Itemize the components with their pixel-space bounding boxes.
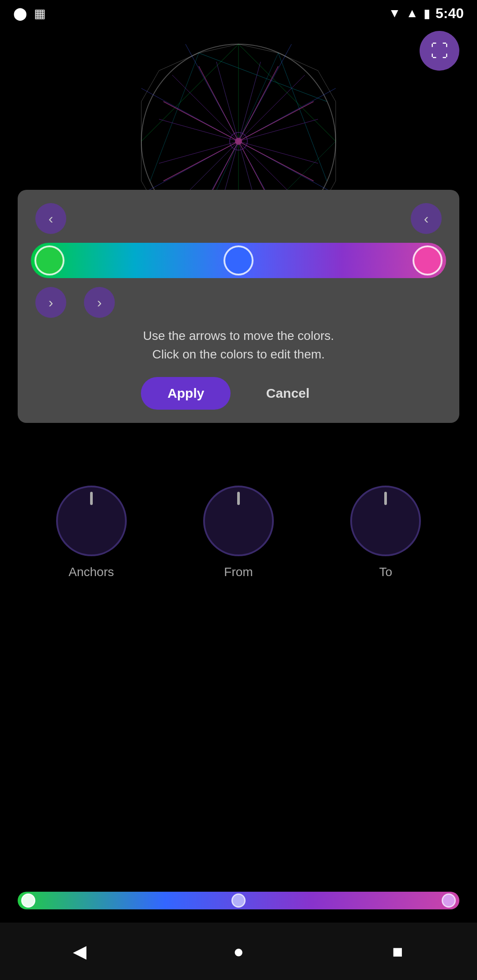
arrow-buttons-row: › › <box>31 287 446 318</box>
color-editor-dialog: ‹ ‹ › › Use the arrows to move the color… <box>18 190 459 423</box>
anchors-knob[interactable] <box>56 486 127 556</box>
blue-color-handle[interactable] <box>223 245 254 275</box>
instruction-line1: Use the arrows to move the colors. <box>143 329 334 343</box>
from-knob-indicator <box>237 492 240 505</box>
anchors-knob-label: Anchors <box>68 565 114 579</box>
from-knob-container: From <box>203 486 274 579</box>
recents-nav-button[interactable]: ■ <box>380 934 415 969</box>
chevron-right-icon: › <box>49 294 53 311</box>
svg-line-39 <box>318 71 336 102</box>
to-knob-container: To <box>350 486 421 579</box>
svg-line-27 <box>216 62 238 141</box>
move-left-arrow-button[interactable]: › <box>35 287 66 318</box>
svg-line-37 <box>238 44 278 53</box>
green-color-handle[interactable] <box>34 245 64 275</box>
time-display: 5:40 <box>435 5 464 22</box>
knobs-area: Anchors From To <box>0 486 477 579</box>
svg-line-28 <box>238 62 261 141</box>
battery-icon: ▮ <box>424 6 430 21</box>
camera-icon: ⬤ <box>13 6 27 21</box>
svg-line-25 <box>159 119 238 141</box>
instruction-text: Use the arrows to move the colors. Click… <box>31 327 446 364</box>
svg-line-51 <box>159 53 199 71</box>
svg-line-30 <box>238 141 314 181</box>
to-knob-indicator <box>384 492 387 505</box>
status-bar-right: ▼ ▲ ▮ 5:40 <box>389 5 464 22</box>
chevron-left-icon-2: ‹ <box>424 211 429 227</box>
instruction-line2: Click on the colors to edit them. <box>152 347 325 361</box>
nav-back-right-button[interactable]: ‹ <box>411 203 442 234</box>
from-knob[interactable] <box>203 486 274 556</box>
svg-line-38 <box>278 53 318 71</box>
to-knob-label: To <box>379 565 393 579</box>
from-knob-label: From <box>224 565 253 579</box>
anchors-knob-container: Anchors <box>56 486 127 579</box>
svg-line-50 <box>141 71 159 102</box>
sim-icon: ▦ <box>34 6 45 21</box>
svg-line-33 <box>163 141 238 181</box>
status-bar: ⬤ ▦ ▼ ▲ ▮ 5:40 <box>0 0 477 26</box>
svg-point-53 <box>235 138 242 145</box>
svg-line-52 <box>199 44 238 53</box>
svg-line-35 <box>199 66 238 141</box>
cancel-button[interactable]: Cancel <box>239 377 336 410</box>
move-right-arrow-button[interactable]: › <box>84 287 115 318</box>
svg-line-26 <box>172 75 238 141</box>
home-nav-button[interactable]: ● <box>221 934 256 969</box>
anchors-knob-indicator <box>90 492 93 505</box>
svg-line-7 <box>199 53 327 102</box>
dialog-action-buttons: Apply Cancel <box>31 377 446 410</box>
svg-line-18 <box>238 119 318 141</box>
svg-line-19 <box>238 141 318 163</box>
fullscreen-button[interactable]: ⛶ <box>420 31 459 71</box>
svg-line-29 <box>238 102 314 141</box>
back-nav-button[interactable]: ◀ <box>62 934 97 969</box>
signal-icon: ▲ <box>406 6 418 20</box>
svg-line-34 <box>163 102 238 141</box>
chevron-right-icon-2: › <box>97 294 102 311</box>
nav-back-left-button[interactable]: ‹ <box>35 203 66 234</box>
bar-dot-middle[interactable] <box>231 893 246 908</box>
to-knob[interactable] <box>350 486 421 556</box>
apply-button[interactable]: Apply <box>141 377 231 410</box>
bottom-color-bar[interactable] <box>18 892 459 909</box>
bar-dot-left[interactable] <box>21 893 35 908</box>
svg-line-36 <box>238 66 278 141</box>
svg-line-5 <box>278 53 327 181</box>
svg-line-24 <box>159 141 238 163</box>
chevron-left-icon: ‹ <box>49 211 53 227</box>
navigation-bar: ◀ ● ■ <box>0 923 477 980</box>
svg-line-8 <box>150 53 199 181</box>
color-gradient-slider[interactable] <box>31 243 446 278</box>
status-bar-left: ⬤ ▦ <box>13 6 45 21</box>
bar-dot-right[interactable] <box>442 893 456 908</box>
pink-color-handle[interactable] <box>413 245 443 275</box>
fullscreen-icon: ⛶ <box>431 41 448 61</box>
wifi-icon: ▼ <box>389 6 401 20</box>
svg-line-17 <box>238 75 305 141</box>
dialog-nav-row: ‹ ‹ <box>31 203 446 234</box>
